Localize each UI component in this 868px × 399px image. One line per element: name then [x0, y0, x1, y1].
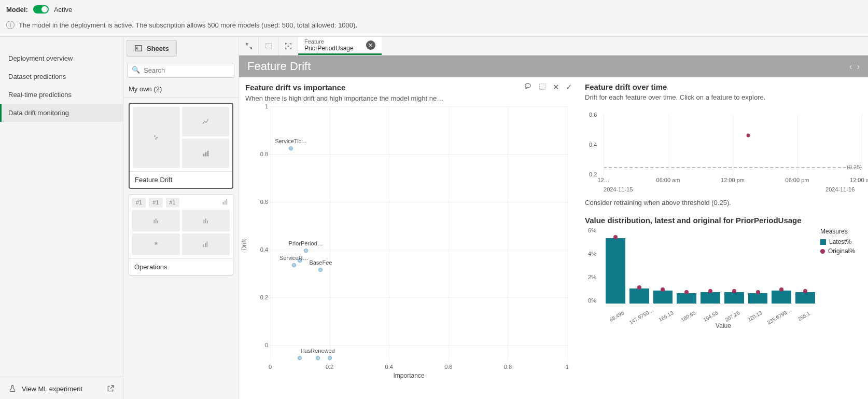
data-point[interactable] — [316, 356, 320, 360]
line-chart-title: Feature drift over time — [585, 82, 862, 91]
svg-rect-12 — [157, 221, 158, 223]
chart-tools: ✕ ✓ — [524, 82, 572, 92]
svg-rect-9 — [226, 199, 227, 205]
svg-point-2 — [156, 137, 158, 139]
info-text: The model in the deployment is active. T… — [19, 21, 357, 29]
svg-rect-11 — [156, 218, 157, 223]
ops-chart-icon — [221, 198, 230, 208]
line-point[interactable] — [746, 134, 750, 137]
search-wrap: 🔍 — [128, 63, 234, 78]
scatter-chart: Feature drift vs importance ✕ ✓ When the… — [239, 77, 579, 399]
svg-point-20 — [287, 45, 289, 47]
info-icon: i — [6, 21, 15, 29]
svg-rect-13 — [203, 220, 204, 224]
sidebar-item-realtime[interactable]: Real-time predictions — [0, 86, 123, 104]
svg-rect-8 — [225, 200, 226, 204]
thumb-scatter-icon — [133, 107, 180, 168]
svg-point-1 — [154, 135, 156, 137]
svg-rect-10 — [153, 220, 155, 224]
data-point[interactable] — [304, 249, 308, 253]
tab-value: PriorPeriodUsage — [304, 45, 354, 52]
chart-title: Feature drift vs importance — [245, 83, 345, 92]
page-title: Feature Drift — [247, 60, 311, 73]
tabstrip: Feature PriorPeriodUsage ✕ — [239, 37, 868, 56]
model-status: Active — [54, 6, 72, 13]
lasso-icon[interactable] — [524, 82, 532, 92]
view-ml-experiment[interactable]: View ML experiment — [0, 377, 123, 399]
flask-icon — [8, 384, 17, 393]
thumb-bar-icon — [182, 139, 229, 168]
tool-select-icon[interactable] — [259, 37, 278, 55]
bar-chart[interactable]: 0%2%4%6%68.495147.9750…166.13180.65194.5… — [585, 228, 862, 321]
sheets-button[interactable]: Sheets — [127, 40, 177, 57]
sheets-panel: Sheets 🔍 My own (2) Feature Drift — [123, 37, 239, 399]
cancel-icon[interactable]: ✕ — [553, 82, 559, 92]
svg-rect-22 — [540, 84, 545, 90]
svg-rect-16 — [203, 244, 204, 247]
external-link-icon — [106, 384, 115, 393]
retrain-note: Consider retraining when above threshold… — [585, 199, 862, 207]
sheets-icon — [134, 44, 143, 52]
view-ml-label: View ML experiment — [22, 385, 82, 393]
sheet-title: Operations — [129, 258, 233, 275]
legend-dot-icon — [820, 249, 825, 254]
scatter-area[interactable]: Drift Importance 000.20.20.40.40.60.60.8… — [245, 106, 572, 376]
sheet-card-operations[interactable]: #1 #1 #1 Operations — [129, 194, 233, 276]
bar-legend: Measures Latest% Original% — [815, 228, 862, 321]
sidebar-item-dataset[interactable]: Dataset predictions — [0, 67, 123, 86]
y-axis-label: Drift — [241, 239, 248, 251]
svg-rect-5 — [205, 152, 206, 156]
titlebar: Feature Drift ‹ › — [239, 56, 868, 77]
confirm-icon[interactable]: ✓ — [566, 82, 572, 92]
chart-subtitle: When there is high drift and high import… — [245, 94, 572, 102]
content: Feature PriorPeriodUsage ✕ Feature Drift… — [239, 37, 868, 399]
svg-rect-7 — [223, 202, 224, 204]
chevron-left-icon[interactable]: ‹ — [849, 61, 852, 72]
info-row: i The model in the deployment is active.… — [0, 19, 868, 37]
close-icon[interactable]: ✕ — [366, 40, 375, 50]
data-point[interactable] — [318, 268, 323, 272]
svg-rect-19 — [265, 43, 271, 49]
tool-collapse-icon[interactable] — [239, 37, 259, 55]
data-point[interactable] — [292, 263, 296, 267]
chevron-right-icon[interactable]: › — [857, 61, 860, 72]
svg-point-3 — [155, 138, 157, 140]
line-chart-subtitle: Drift for each feature over time. Click … — [585, 93, 862, 101]
svg-rect-6 — [207, 150, 208, 156]
sheet-title: Feature Drift — [130, 171, 232, 188]
tool-focus-icon[interactable] — [278, 37, 298, 55]
svg-rect-17 — [205, 243, 206, 247]
line-chart[interactable]: 0.20.40.6(0.25)12…06:00 am12:00 pm06:00 … — [585, 105, 862, 194]
x-axis-label: Importance — [393, 372, 424, 379]
svg-rect-4 — [203, 154, 204, 156]
data-point[interactable] — [289, 146, 293, 150]
svg-point-21 — [525, 84, 531, 88]
sidebar-item-drift[interactable]: Data drift monitoring — [0, 104, 123, 122]
feature-tab[interactable]: Feature PriorPeriodUsage ✕ — [298, 37, 382, 55]
search-input[interactable] — [128, 63, 234, 78]
model-toggle[interactable] — [33, 5, 49, 13]
sheets-tab[interactable]: My own (2) — [123, 81, 239, 98]
search-icon: 🔍 — [132, 66, 140, 74]
data-point[interactable] — [298, 356, 302, 360]
model-label: Model: — [6, 6, 28, 13]
select-icon[interactable] — [538, 82, 547, 92]
svg-rect-14 — [205, 218, 206, 223]
bar-chart-title: Value distribution, latest and original … — [585, 216, 862, 225]
svg-rect-15 — [207, 221, 208, 223]
tab-label: Feature — [304, 38, 354, 45]
svg-rect-18 — [206, 242, 207, 247]
sidebar-item-overview[interactable]: Deployment overview — [0, 49, 123, 67]
sidebar: Deployment overview Dataset predictions … — [0, 37, 123, 399]
data-point[interactable] — [328, 356, 332, 360]
top-bar: Model: Active — [0, 0, 868, 19]
sheet-card-feature-drift[interactable]: Feature Drift — [129, 103, 233, 189]
legend-square-icon — [820, 239, 826, 245]
thumb-line-icon — [182, 107, 229, 136]
